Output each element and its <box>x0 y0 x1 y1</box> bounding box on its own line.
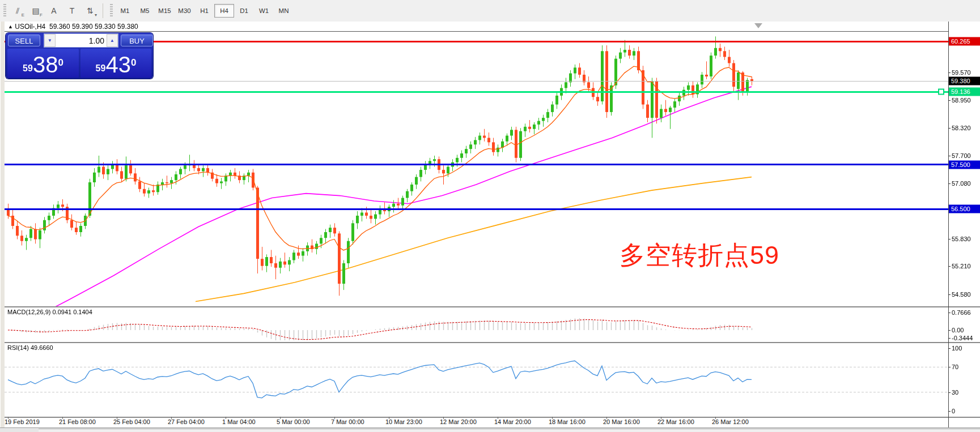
macd-axis-tick <box>948 338 951 339</box>
price-axis-tick <box>948 128 951 129</box>
rsi-tick-label: 70 <box>952 363 958 370</box>
price-axis-tick <box>948 72 951 73</box>
macd-indicator-canvas[interactable] <box>5 307 948 341</box>
timeframe-button-M15[interactable]: M15 <box>155 4 175 18</box>
date-label: 20 Mar 16:00 <box>603 418 640 425</box>
macd-tick-label: 0.7666 <box>952 309 971 316</box>
plot-frame-top <box>5 31 948 32</box>
price-tick-label: 58.950 <box>952 97 971 104</box>
toolbar: ⫽E▤FAT⇅▾ M1M5M15M30H1H4D1W1MN <box>0 0 980 22</box>
timeframe-button-D1[interactable]: D1 <box>234 4 254 18</box>
equidistant-channel-icon[interactable]: ⫽E <box>10 3 26 18</box>
volume-input[interactable]: 1.00 <box>56 36 107 45</box>
toolbar-separator <box>103 3 103 18</box>
buy-button[interactable]: BUY <box>121 35 153 46</box>
pane-separator-dates <box>5 417 980 418</box>
chart-shift-marker-icon[interactable] <box>754 23 762 28</box>
volume-decrease-button[interactable]: ▼ <box>44 34 56 47</box>
current-price-label: 59.380 <box>949 76 980 85</box>
date-label: 14 Mar 20:00 <box>494 418 531 425</box>
rsi-indicator-canvas[interactable] <box>5 343 948 416</box>
horizontal-level-line[interactable] <box>5 208 948 210</box>
price-tick-label: 58.320 <box>952 125 971 131</box>
status-bar <box>0 427 980 432</box>
rsi-tick-label: 0 <box>952 408 955 414</box>
timeframe-button-H1[interactable]: H1 <box>194 4 214 18</box>
price-axis-tick <box>948 100 951 101</box>
macd-tick-label: 0.00 <box>952 327 964 333</box>
price-axis-tick <box>948 183 951 184</box>
fibonacci-icon[interactable]: ▤F <box>28 3 44 18</box>
date-label: 18 Mar 16:00 <box>549 418 586 425</box>
volume-control: ▼ 1.00 ▲ <box>44 33 118 48</box>
ask-main: 43 <box>105 53 131 76</box>
date-label: 1 Mar 04:00 <box>222 418 256 425</box>
ask-price-display[interactable]: 59430 <box>80 49 151 78</box>
price-axis-tick <box>948 239 951 239</box>
date-label: 5 Mar 00:00 <box>277 418 310 425</box>
timeframe-button-M5[interactable]: M5 <box>135 4 155 18</box>
text-label-icon[interactable]: A <box>46 3 62 18</box>
line-anchor-marker[interactable] <box>938 89 944 95</box>
level-price-label: 57.500 <box>949 160 980 169</box>
rsi-tick-label: 100 <box>952 345 962 352</box>
chart-title: ▲ USOil-,H4 59.360 59.390 59.330 59.380 <box>8 23 138 31</box>
volume-increase-button[interactable]: ▲ <box>107 34 118 47</box>
text-box-icon[interactable]: T <box>64 3 80 18</box>
timeframe-button-W1[interactable]: W1 <box>254 4 274 18</box>
drawing-tools-group: ⫽E▤FAT⇅▾ <box>9 3 99 18</box>
horizontal-scrollbar[interactable] <box>39 429 980 432</box>
level-price-label: 59.136 <box>949 88 980 96</box>
rsi-label: RSI(14) 49.6660 <box>7 344 53 351</box>
date-label: 26 Mar 12:00 <box>712 418 749 425</box>
bid-prefix: 59 <box>23 61 33 76</box>
date-label: 19 Feb 2019 <box>5 418 40 425</box>
timeframe-button-H4[interactable]: H4 <box>214 4 234 18</box>
macd-axis-tick <box>948 313 951 313</box>
toolbar-grip[interactable] <box>3 4 6 18</box>
price-tick-label: 59.570 <box>952 69 971 76</box>
price-axis-tick <box>948 294 951 295</box>
price-tick-label: 55.210 <box>952 263 971 270</box>
price-tick-label: 54.580 <box>952 291 971 298</box>
timeframe-button-M30[interactable]: M30 <box>175 4 194 18</box>
trade-controls-row: SELL ▼ 1.00 ▲ BUY <box>6 33 153 48</box>
bid-main: 38 <box>33 53 58 76</box>
date-label: 10 Mar 23:00 <box>385 418 422 425</box>
ask-pip: 0 <box>131 60 136 66</box>
timeframe-buttons-group: M1M5M15M30H1H4D1W1MN <box>115 4 294 18</box>
date-label: 27 Feb 04:00 <box>168 418 205 425</box>
macd-label: MACD(12,26,9) 0.0941 0.1404 <box>7 309 92 315</box>
date-label: 21 Feb 08:00 <box>59 418 96 425</box>
rsi-tick-label: 30 <box>952 389 958 396</box>
timeframe-button-M1[interactable]: M1 <box>115 4 135 18</box>
mt4-application-window: ⫽E▤FAT⇅▾ M1M5M15M30H1H4D1W1MN ▲ USOil-,H… <box>0 0 980 432</box>
price-tick-label: 55.830 <box>952 236 971 242</box>
price-axis-tick <box>948 156 951 156</box>
ask-prefix: 59 <box>96 61 106 76</box>
price-axis-tick <box>948 266 951 267</box>
date-label: 7 Mar 00:00 <box>331 418 364 425</box>
rsi-axis-tick <box>948 348 951 349</box>
horizontal-level-line[interactable] <box>5 91 948 93</box>
horizontal-level-line[interactable] <box>5 164 948 165</box>
toolbar-grip-2[interactable] <box>110 4 113 18</box>
ohlc-quote-label: 59.360 59.390 59.330 59.380 <box>49 23 138 31</box>
bid-pip: 0 <box>58 60 63 66</box>
level-price-label: 56.500 <box>949 205 980 213</box>
chart-annotation-text: 多空转折点59 <box>620 238 779 272</box>
rsi-axis-tick <box>948 392 951 393</box>
date-label: 22 Mar 16:00 <box>657 418 694 425</box>
macd-tick-label: -0.3444 <box>952 335 973 341</box>
price-tick-label: 57.080 <box>952 180 971 187</box>
rsi-axis-tick <box>948 411 951 412</box>
bid-price-display[interactable]: 59380 <box>7 49 79 78</box>
level-price-label: 60.265 <box>949 37 980 46</box>
sell-button[interactable]: SELL <box>8 35 40 46</box>
arrows-icon[interactable]: ⇅▾ <box>82 3 98 18</box>
direction-up-icon: ▲ <box>8 24 13 29</box>
current-price-line <box>5 81 948 82</box>
timeframe-button-MN[interactable]: MN <box>274 4 294 18</box>
macd-axis-tick <box>948 330 951 331</box>
symbol-timeframe-label: USOil-,H4 <box>15 23 45 31</box>
